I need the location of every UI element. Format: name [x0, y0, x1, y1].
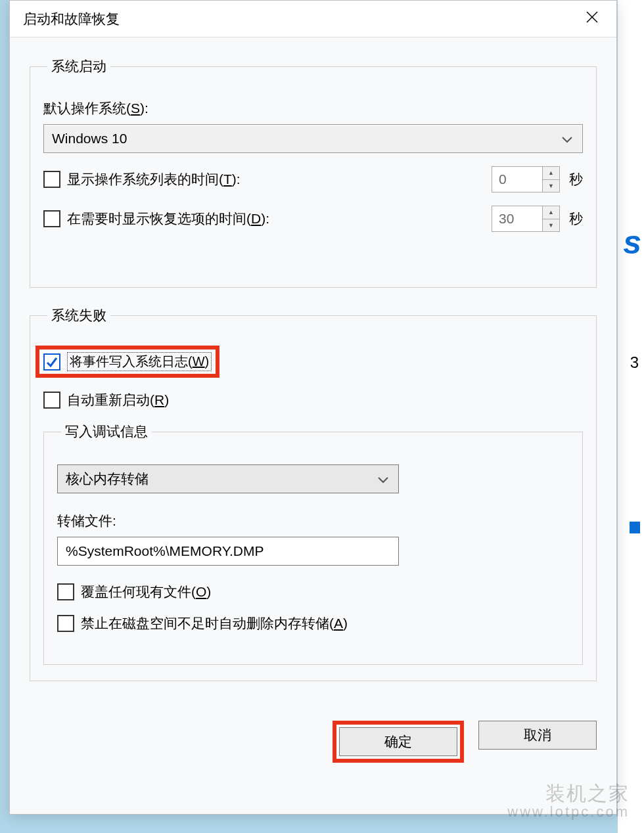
auto-restart-checkbox[interactable] [43, 392, 60, 409]
disable-auto-delete-row: 禁止在磁盘空间不足时自动删除内存转储(A) [57, 614, 569, 633]
overwrite-label: 覆盖任何现有文件(O) [81, 583, 211, 601]
show-recovery-value: 30 [492, 206, 543, 232]
dialog-body: 系统启动 默认操作系统(S): Windows 10 显示操作系统列表的时间(T… [10, 37, 616, 713]
show-os-list-checkbox[interactable] [43, 171, 60, 188]
default-os-value: Windows 10 [52, 131, 127, 146]
window-title: 启动和故障恢复 [23, 10, 574, 28]
write-event-highlight: 将事件写入系统日志(W) [35, 346, 219, 378]
system-startup-legend: 系统启动 [47, 57, 110, 76]
system-startup-group: 系统启动 默认操作系统(S): Windows 10 显示操作系统列表的时间(T… [30, 57, 597, 288]
system-failure-group: 系统失败 将事件写入系统日志(W) 自动重新启动(R) 写入 [30, 306, 597, 681]
close-icon [586, 11, 598, 26]
spin-up-icon[interactable]: ▲ [543, 167, 559, 180]
chevron-down-icon [561, 131, 573, 146]
show-recovery-spin[interactable]: 30 ▲ ▼ [492, 206, 560, 232]
dialog-buttons: 确定 取消 [10, 713, 616, 776]
show-os-list-spin[interactable]: 0 ▲ ▼ [492, 166, 560, 192]
dump-file-label: 转储文件: [57, 512, 569, 530]
show-recovery-label: 在需要时显示恢复选项的时间(D): [67, 210, 269, 228]
overwrite-row: 覆盖任何现有文件(O) [57, 583, 569, 601]
auto-restart-label: 自动重新启动(R) [67, 391, 169, 409]
bg-text: s [623, 223, 641, 261]
seconds-unit-2: 秒 [569, 210, 583, 228]
background-edge: s 3 [618, 0, 644, 833]
bg-num: 3 [630, 353, 639, 372]
write-event-label: 将事件写入系统日志(W) [67, 352, 212, 371]
ok-button-highlight: 确定 [333, 721, 464, 763]
disable-auto-delete-label: 禁止在磁盘空间不足时自动删除内存转储(A) [81, 614, 348, 633]
startup-recovery-dialog: 启动和故障恢复 系统启动 默认操作系统(S): Windows 10 [9, 0, 617, 815]
titlebar: 启动和故障恢复 [10, 1, 616, 37]
spin-down-icon[interactable]: ▼ [543, 219, 559, 232]
show-recovery-checkbox[interactable] [43, 210, 60, 227]
show-os-list-value: 0 [492, 166, 543, 192]
dump-type-select[interactable]: 核心内存转储 [57, 464, 399, 493]
auto-restart-row: 自动重新启动(R) [43, 391, 583, 409]
spin-up-icon[interactable]: ▲ [543, 206, 559, 219]
dump-type-value: 核心内存转储 [66, 470, 149, 488]
default-os-label: 默认操作系统(S): [43, 99, 583, 118]
show-os-list-row: 显示操作系统列表的时间(T): 0 ▲ ▼ 秒 [43, 166, 583, 192]
show-os-list-label: 显示操作系统列表的时间(T): [67, 170, 241, 189]
seconds-unit: 秒 [569, 170, 583, 189]
write-event-checkbox[interactable] [43, 353, 60, 371]
overwrite-checkbox[interactable] [57, 583, 74, 600]
chevron-down-icon [377, 471, 389, 487]
cancel-button[interactable]: 取消 [478, 721, 597, 750]
ok-button[interactable]: 确定 [339, 727, 457, 756]
close-button[interactable] [574, 1, 610, 37]
system-failure-legend: 系统失败 [47, 306, 110, 325]
disable-auto-delete-checkbox[interactable] [57, 615, 74, 632]
default-os-select[interactable]: Windows 10 [43, 124, 583, 153]
dump-file-value: %SystemRoot%\MEMORY.DMP [66, 543, 264, 559]
spin-down-icon[interactable]: ▼ [543, 180, 559, 192]
bg-bar [630, 522, 640, 533]
debug-info-legend: 写入调试信息 [61, 422, 152, 441]
show-recovery-row: 在需要时显示恢复选项的时间(D): 30 ▲ ▼ 秒 [43, 206, 583, 232]
debug-info-group: 写入调试信息 核心内存转储 转储文件: %SystemRoot%\MEMORY.… [43, 422, 583, 665]
dump-file-input[interactable]: %SystemRoot%\MEMORY.DMP [57, 537, 399, 566]
